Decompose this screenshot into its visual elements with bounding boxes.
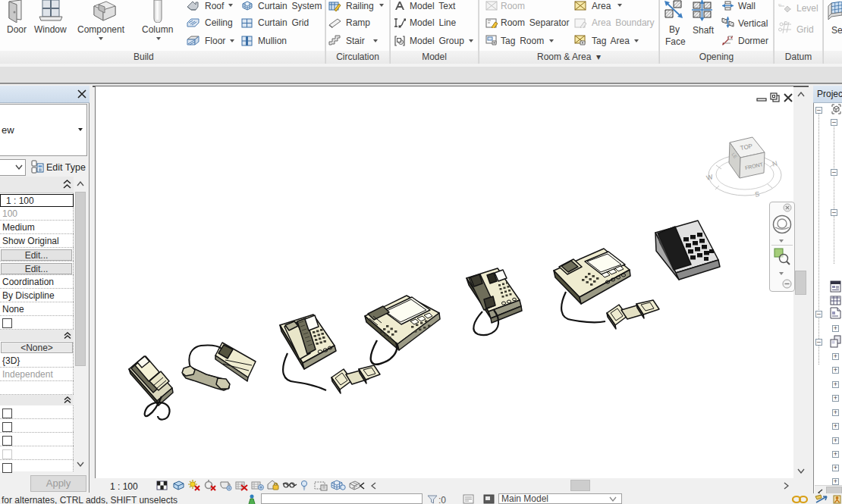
svg-text:W: W bbox=[705, 173, 714, 182]
svg-text:N: N bbox=[771, 160, 778, 168]
svg-text:S: S bbox=[754, 190, 760, 199]
